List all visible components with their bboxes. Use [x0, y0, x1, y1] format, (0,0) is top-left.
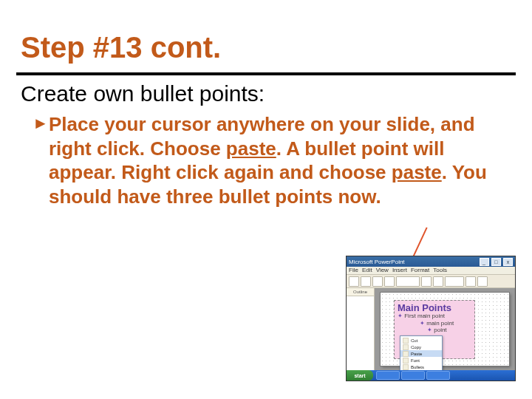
toolbar-button[interactable]	[466, 276, 476, 287]
paste-word-1: paste	[226, 137, 276, 160]
window-titlebar: Microsoft PowerPoint _ □ x	[347, 256, 515, 267]
toolbar-button[interactable]	[349, 276, 359, 287]
context-menu-item[interactable]: Copy	[400, 344, 442, 350]
context-menu-item[interactable]: Cut	[400, 337, 442, 344]
copy-icon	[403, 344, 409, 350]
triangle-bullet-icon: ►	[33, 112, 49, 134]
menu-item[interactable]: View	[376, 267, 389, 274]
context-menu-item[interactable]: Font	[400, 357, 442, 364]
taskbar: start	[347, 370, 515, 381]
toolbar-button[interactable]	[445, 276, 464, 287]
bullet-item: main point	[420, 320, 471, 327]
context-menu-item[interactable]: Bullets	[400, 364, 442, 370]
toolbar-button[interactable]	[372, 276, 383, 287]
taskbar-item[interactable]	[401, 371, 425, 380]
title-rule	[16, 72, 516, 75]
bullet-item: point	[427, 327, 471, 334]
start-button[interactable]: start	[347, 370, 373, 381]
paste-word-2: paste	[392, 161, 442, 183]
toolbar-button[interactable]	[477, 276, 488, 287]
canvas-area: Main Points First main point main point …	[375, 287, 515, 370]
outline-pane: Outline	[347, 287, 375, 370]
toolbar-button[interactable]	[396, 276, 420, 287]
body-text: ►Place your cursor anywhere on your slid…	[33, 112, 505, 208]
menu-item[interactable]: Tools	[433, 267, 447, 274]
context-menu-item-paste[interactable]: Paste	[400, 350, 442, 357]
context-menu: Cut Copy Paste Font Bullets	[400, 335, 443, 372]
menu-item[interactable]: Insert	[392, 267, 407, 274]
minimize-icon[interactable]: _	[480, 258, 489, 266]
toolbar-button[interactable]	[421, 276, 432, 287]
embedded-screenshot: Microsoft PowerPoint _ □ x File Edit Vie…	[346, 256, 516, 381]
menu-item[interactable]: File	[349, 267, 358, 274]
body-paragraph: Place your cursor anywhere on your slide…	[49, 112, 492, 208]
maximize-icon[interactable]: □	[491, 258, 501, 266]
outline-tab[interactable]: Outline	[347, 288, 374, 296]
taskbar-item[interactable]	[426, 371, 450, 380]
slide-canvas[interactable]: Main Points First main point main point …	[381, 293, 509, 366]
placeholder-title: Main Points	[398, 303, 471, 313]
bullet-item: First main point	[398, 313, 471, 320]
workspace: Outline Main Points First main point mai…	[347, 287, 515, 370]
menu-item[interactable]: Edit	[362, 267, 372, 274]
toolbar-button[interactable]	[361, 276, 371, 287]
window-controls: _ □ x	[479, 258, 513, 266]
slide-title: Step #13 cont.	[21, 31, 221, 64]
paste-icon	[403, 351, 409, 357]
slide-subtitle: Create own bullet points:	[21, 81, 265, 106]
menubar: File Edit View Insert Format Tools	[347, 267, 515, 275]
taskbar-item[interactable]	[376, 371, 400, 380]
bullets-icon	[403, 364, 409, 370]
toolbar-button[interactable]	[433, 276, 443, 287]
taskbar-items	[376, 371, 450, 380]
slide: Step #13 cont. Create own bullet points:…	[0, 0, 532, 399]
cut-icon	[403, 338, 409, 344]
toolbar-button[interactable]	[384, 276, 395, 287]
font-icon	[403, 358, 409, 364]
close-icon[interactable]: x	[503, 258, 513, 266]
menu-item[interactable]: Format	[411, 267, 429, 274]
window-title-text: Microsoft PowerPoint	[349, 259, 405, 265]
